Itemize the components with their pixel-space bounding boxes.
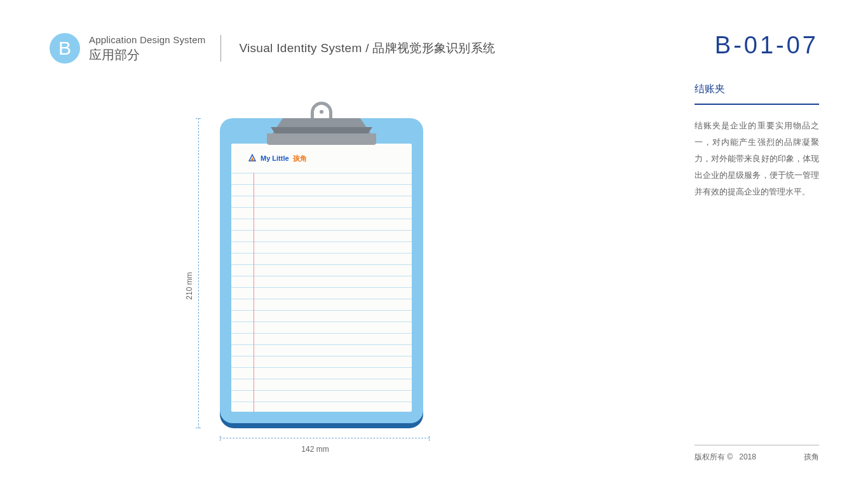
- clipboard-paper: My Little 孩角: [231, 144, 412, 412]
- spec-body: 结账夹是企业的重要实用物品之一，对内能产生强烈的品牌凝聚力，对外能带来良好的印象…: [695, 118, 819, 200]
- footer-copyright: 版权所有 © 2018: [695, 452, 756, 463]
- paper-logo-row: My Little 孩角: [231, 144, 412, 173]
- spec-rule: [695, 104, 819, 105]
- product-figure: 210 mm 142 mm My Little 孩角: [201, 108, 468, 464]
- dim-vertical-line: [198, 118, 199, 428]
- page-footer: 版权所有 © 2018 孩角: [695, 445, 819, 463]
- page-code: B-01-07: [715, 32, 818, 59]
- dim-vertical-tick: [196, 428, 201, 428]
- dim-horizontal-tick: [220, 436, 220, 441]
- section-subtitle-en: Application Design System: [89, 34, 205, 46]
- brand-name-en: My Little: [261, 154, 289, 162]
- paper-ruled-lines: [231, 173, 412, 412]
- header-divider: [220, 35, 221, 62]
- section-badge: B: [50, 33, 80, 64]
- section-subtitle-cn: 应用部分: [89, 46, 205, 63]
- dim-horizontal-tick: [429, 436, 430, 441]
- footer-brand: 孩角: [804, 452, 819, 463]
- clip-ring-icon: [311, 102, 332, 121]
- system-title: Visual Identity System / 品牌视觉形象识别系统: [239, 40, 495, 57]
- dim-vertical-tick: [196, 118, 201, 119]
- dim-width-label: 142 mm: [201, 445, 430, 454]
- brand-logo-icon: [248, 154, 257, 163]
- clipboard-illustration: My Little 孩角: [220, 118, 423, 428]
- section-titles: Application Design System 应用部分: [89, 34, 205, 63]
- spec-panel: 结账夹 结账夹是企业的重要实用物品之一，对内能产生强烈的品牌凝聚力，对外能带来良…: [695, 83, 819, 200]
- section-badge-letter: B: [58, 37, 71, 59]
- spec-title: 结账夹: [695, 83, 819, 96]
- dim-height-label: 210 mm: [185, 272, 194, 299]
- dim-horizontal-line: [220, 438, 430, 438]
- clipboard-clip: [271, 102, 372, 147]
- clip-plate: [267, 133, 376, 145]
- brand-name-cn: 孩角: [293, 154, 307, 163]
